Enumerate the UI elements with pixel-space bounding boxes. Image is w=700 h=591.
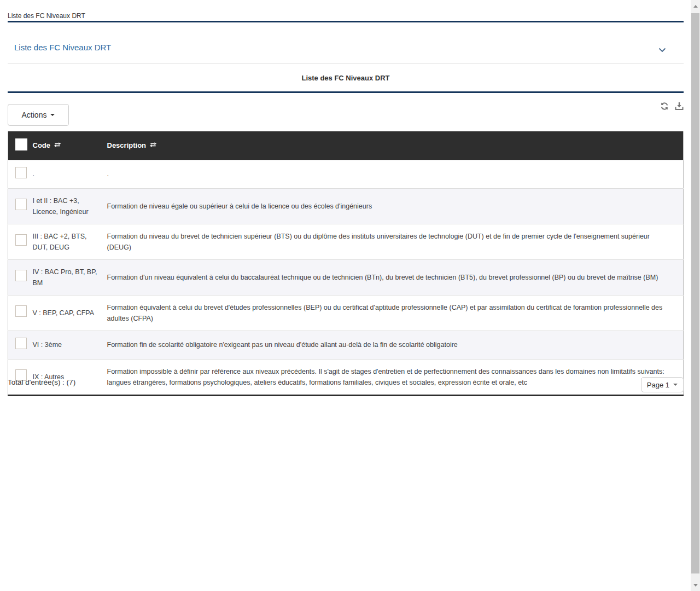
chevron-down-icon[interactable] <box>658 45 666 55</box>
scrollbar-thumb[interactable] <box>691 13 699 573</box>
description-cell: Formation équivalent à celui du brevet d… <box>107 295 684 331</box>
page-selector-label: Page 1 <box>647 381 669 389</box>
code-cell: V : BEP, CAP, CFPA <box>33 295 107 331</box>
title-divider <box>8 91 684 93</box>
row-checkbox[interactable] <box>15 270 27 281</box>
column-header-description[interactable]: Description <box>107 131 684 160</box>
row-checkbox[interactable] <box>15 305 27 317</box>
column-header-code[interactable]: Code <box>33 131 107 160</box>
row-select-cell <box>8 188 33 224</box>
row-select-cell <box>8 331 33 359</box>
main-content: Liste des FC Niveaux DRT Liste des FC Ni… <box>8 0 684 591</box>
table-row: I et II : BAC +3, Licence, IngénieurForm… <box>8 188 684 224</box>
actions-button[interactable]: Actions <box>8 104 69 126</box>
code-cell: IV : BAC Pro, BT, BP, BM <box>33 259 107 295</box>
total-entries-label: Total d'entrée(s) : (7) <box>8 378 75 386</box>
refresh-icon[interactable] <box>660 102 669 111</box>
column-header-code-label: Code <box>33 141 51 149</box>
description-cell: Formation impossible à définir par référ… <box>107 359 684 395</box>
row-checkbox[interactable] <box>15 234 27 246</box>
table-header: Code <box>8 131 684 160</box>
panel-divider <box>8 63 684 63</box>
top-divider <box>8 21 684 22</box>
description-cell: Formation fin de scolarité obligatoire n… <box>107 331 684 359</box>
vertical-scrollbar[interactable] <box>691 0 700 591</box>
scroll-up-icon[interactable] <box>691 2 700 10</box>
row-select-cell <box>8 259 33 295</box>
panel-title[interactable]: Liste des FC Niveaux DRT <box>14 43 111 52</box>
table-tools <box>660 102 684 111</box>
code-cell: I et II : BAC +3, Licence, Ingénieur <box>33 188 107 224</box>
download-icon[interactable] <box>675 102 684 111</box>
actions-button-label: Actions <box>22 111 47 119</box>
table-row: III : BAC +2, BTS, DUT, DEUGFormation du… <box>8 224 684 259</box>
page-selector[interactable]: Page 1 <box>641 377 684 392</box>
caret-down-icon <box>673 384 678 386</box>
row-select-cell <box>8 160 33 188</box>
page: Liste des FC Niveaux DRT Liste des FC Ni… <box>0 0 700 591</box>
code-cell: . <box>33 160 107 188</box>
sort-arrows-icon <box>149 141 157 149</box>
row-checkbox[interactable] <box>15 199 27 210</box>
table-row: IX : AutresFormation impossible à défini… <box>8 359 684 395</box>
code-cell: IX : Autres <box>33 359 107 395</box>
sort-arrows-icon <box>54 141 61 149</box>
breadcrumb: Liste des FC Niveaux DRT <box>8 12 85 20</box>
description-cell: Formation d'un niveau équivalent à celui… <box>107 259 684 295</box>
select-all-checkbox[interactable] <box>15 138 27 150</box>
table-row: IV : BAC Pro, BT, BP, BMFormation d'un n… <box>8 259 684 295</box>
row-select-cell <box>8 224 33 259</box>
column-header-description-label: Description <box>107 141 147 149</box>
description-cell: Formation de niveau égale ou supérieur à… <box>107 188 684 224</box>
description-cell: . <box>107 160 684 188</box>
caret-down-icon <box>50 114 55 116</box>
row-select-cell <box>8 295 33 331</box>
table-row: .. <box>8 160 684 188</box>
page-title: Liste des FC Niveaux DRT <box>8 74 684 82</box>
description-cell: Formation du niveau du brevet de technic… <box>107 224 684 259</box>
code-cell: III : BAC +2, BTS, DUT, DEUG <box>33 224 107 259</box>
table-row: VI : 3èmeFormation fin de scolarité obli… <box>8 331 684 359</box>
row-checkbox[interactable] <box>15 338 27 349</box>
select-all-header-cell <box>8 131 33 160</box>
table-row: V : BEP, CAP, CFPAFormation équivalent à… <box>8 295 684 331</box>
row-select-cell <box>8 359 33 395</box>
table-body: ..I et II : BAC +3, Licence, IngénieurFo… <box>8 160 684 395</box>
row-checkbox[interactable] <box>15 167 27 178</box>
data-table: Code <box>8 131 684 396</box>
code-cell: VI : 3ème <box>33 331 107 359</box>
scroll-down-icon[interactable] <box>691 581 700 589</box>
